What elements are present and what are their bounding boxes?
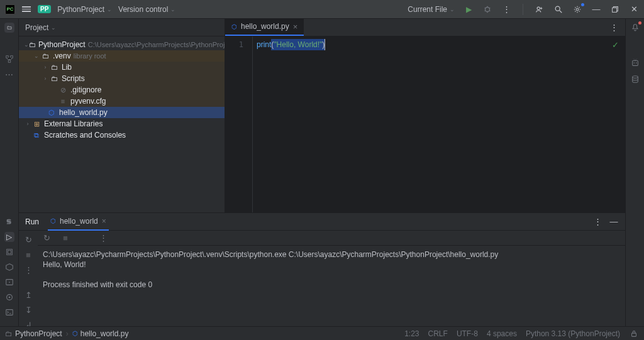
svg-point-13 xyxy=(8,297,10,299)
line-separator[interactable]: CRLF xyxy=(428,329,448,338)
scratches-label: Scratches and Consoles xyxy=(44,131,126,140)
python-interpreter[interactable]: Python 3.13 (PythonProject) xyxy=(526,329,620,338)
breadcrumb[interactable]: ⬡hello_world.py xyxy=(72,329,129,338)
tree-gitignore[interactable]: ›⊘.gitignore xyxy=(19,84,225,96)
tree-scratches[interactable]: ⧉Scratches and Consoles xyxy=(19,129,225,141)
svg-point-18 xyxy=(632,76,638,79)
tree-lib[interactable]: ›🗀Lib xyxy=(19,62,225,73)
expand-icon[interactable]: › xyxy=(24,121,31,127)
svg-point-1 xyxy=(537,7,540,9)
rerun-icon[interactable]: ↻ xyxy=(42,233,52,243)
project-dropdown[interactable]: PythonProject⌄ xyxy=(57,5,112,14)
python-file-icon: ⬡ xyxy=(72,330,78,337)
collapse-icon[interactable]: ⌄ xyxy=(33,53,40,59)
close-tab-icon[interactable]: × xyxy=(102,217,106,226)
code-token: print xyxy=(257,39,271,50)
crumb-project-label: PythonProject xyxy=(15,329,62,338)
vcs-tool-icon[interactable] xyxy=(4,292,14,302)
inspection-ok-icon[interactable]: ✓ xyxy=(612,40,619,50)
file-encoding[interactable]: UTF-8 xyxy=(457,329,478,338)
run-tool-icon[interactable]: ▷ xyxy=(4,232,14,242)
vcs-dropdown[interactable]: Version control⌄ xyxy=(118,5,175,14)
run-tab-label: hello_world xyxy=(60,217,98,226)
terminal-tool-icon[interactable] xyxy=(4,307,14,317)
editor-tab-hello-world[interactable]: ⬡ hello_world.py × xyxy=(225,19,304,36)
expand-icon[interactable]: › xyxy=(42,64,49,70)
more-icon[interactable]: ⋮ xyxy=(98,233,108,243)
editor-code-area[interactable]: print("Hello, World!") xyxy=(253,36,625,212)
chevron-down-icon: ⌄ xyxy=(51,25,56,31)
scratches-icon: ⧉ xyxy=(31,131,42,140)
search-icon[interactable] xyxy=(553,4,564,14)
project-path-label: C:\Users\ayazc\PycharmProjects\PythonPro… xyxy=(88,41,225,48)
svg-rect-4 xyxy=(613,8,617,12)
svg-rect-7 xyxy=(8,60,11,63)
svg-point-3 xyxy=(576,8,579,11)
chevron-down-icon: ⌄ xyxy=(450,6,455,13)
readonly-lock-icon[interactable] xyxy=(629,329,639,339)
step-down-icon[interactable]: ↧ xyxy=(23,305,33,315)
separator xyxy=(523,4,523,15)
run-options-icon[interactable]: ⋮ xyxy=(592,217,602,227)
console-line: C:\Users\ayazc\PycharmProjects\PythonPro… xyxy=(43,250,620,260)
collapse-icon[interactable]: ⌄ xyxy=(24,41,29,48)
project-title-label: Project xyxy=(25,23,48,32)
step-up-icon[interactable]: ↥ xyxy=(23,290,33,300)
tree-hello-world[interactable]: ›⬡hello_world.py xyxy=(19,107,225,118)
expand-icon[interactable]: › xyxy=(42,75,49,82)
svg-point-11 xyxy=(9,282,10,283)
run-title-label: Run xyxy=(25,217,39,226)
scripts-label: Scripts xyxy=(62,74,85,83)
project-tool-window: Project⌄ ⌄🗀PythonProjectC:\Users\ayazc\P… xyxy=(19,19,225,212)
libraries-icon: ⊞ xyxy=(31,120,42,128)
run-tab[interactable]: ⬡hello_world× xyxy=(48,213,109,231)
notifications-icon[interactable] xyxy=(630,23,640,33)
indent-spec[interactable]: 4 spaces xyxy=(487,329,517,338)
tree-scripts[interactable]: ›🗀Scripts xyxy=(19,73,225,84)
more-tool-icon[interactable]: ⋯ xyxy=(4,69,14,79)
text-cursor xyxy=(325,39,325,50)
run-config-dropdown[interactable]: Current File⌄ xyxy=(408,5,455,14)
project-view-dropdown[interactable]: Project⌄ xyxy=(25,23,56,32)
main-menu-icon[interactable] xyxy=(21,4,31,14)
close-icon[interactable]: ✕ xyxy=(629,4,639,14)
more-actions-icon[interactable]: ⋮ xyxy=(23,265,33,275)
hide-panel-icon[interactable]: — xyxy=(609,217,619,227)
structure-tool-icon[interactable] xyxy=(4,54,14,64)
stop-icon[interactable]: ■ xyxy=(60,233,70,243)
minimize-icon[interactable]: — xyxy=(591,4,601,14)
tree-venv[interactable]: ⌄🗀.venvlibrary root xyxy=(19,50,225,62)
restore-icon[interactable] xyxy=(610,4,620,14)
cursor-position[interactable]: 1:23 xyxy=(404,329,419,338)
tree-root[interactable]: ⌄🗀PythonProjectC:\Users\ayazc\PycharmPro… xyxy=(19,39,225,50)
code-with-me-icon[interactable] xyxy=(535,4,545,14)
tree-pyvenv[interactable]: ›≡pyvenv.cfg xyxy=(19,96,225,107)
more-icon[interactable]: ⋮ xyxy=(501,4,511,14)
ai-assistant-icon[interactable] xyxy=(630,58,640,68)
svg-point-17 xyxy=(635,62,636,63)
folder-icon: 🗀 xyxy=(40,52,50,60)
run-icon[interactable]: ▶ xyxy=(464,4,474,14)
stop-icon[interactable]: ■ xyxy=(23,250,33,260)
editor-pane: ⬡ hello_world.py × ⋮ 1 print("Hello, Wor… xyxy=(225,19,625,212)
problems-tool-icon[interactable] xyxy=(4,277,14,287)
tree-external-libraries[interactable]: ›⊞External Libraries xyxy=(19,118,225,129)
project-tool-icon[interactable] xyxy=(4,23,14,33)
editor-gutter: 1 xyxy=(225,36,253,212)
services-tool-icon[interactable] xyxy=(4,262,14,272)
settings-icon[interactable] xyxy=(572,4,582,14)
database-tool-icon[interactable] xyxy=(630,74,640,84)
close-tab-icon[interactable]: × xyxy=(293,22,298,31)
rerun-icon[interactable]: ↻ xyxy=(23,234,33,244)
python-console-tool-icon[interactable] xyxy=(4,217,14,227)
gitignore-label: .gitignore xyxy=(70,85,101,94)
tab-options-icon[interactable]: ⋮ xyxy=(609,22,619,32)
project-tree: ⌄🗀PythonProjectC:\Users\ayazc\PycharmPro… xyxy=(19,36,225,212)
soft-wrap-icon[interactable]: ↲ xyxy=(23,320,33,326)
folder-icon: 🗀 xyxy=(49,75,59,82)
pyvenv-label: pyvenv.cfg xyxy=(70,97,106,106)
console-output[interactable]: C:\Users\ayazc\PycharmProjects\PythonPro… xyxy=(38,246,625,326)
debug-icon[interactable] xyxy=(482,4,492,14)
python-packages-tool-icon[interactable] xyxy=(4,247,14,257)
breadcrumb[interactable]: 🗀PythonProject xyxy=(5,329,62,338)
